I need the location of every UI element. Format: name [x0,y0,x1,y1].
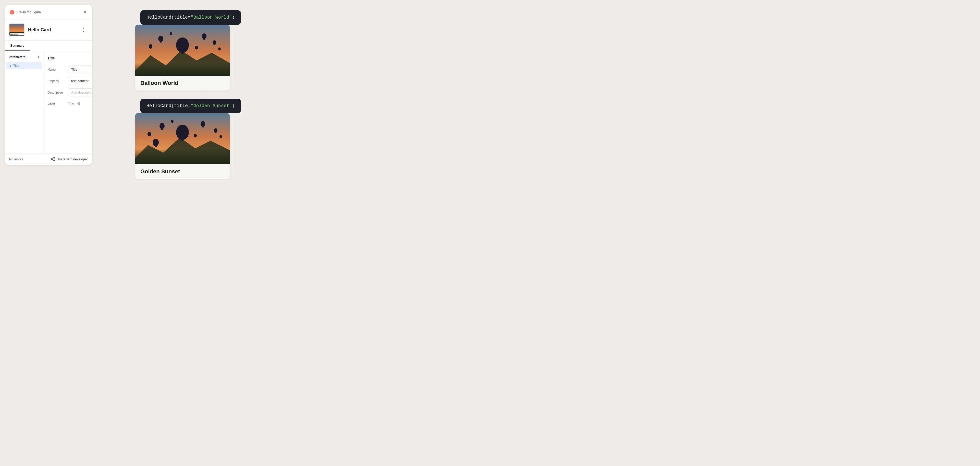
property-label: Property [48,79,68,83]
more-options-button[interactable]: ⋮ [79,26,88,34]
description-row: Description [48,89,92,97]
relay-logo-icon [9,10,15,15]
param-item-title[interactable]: T Title [6,62,42,69]
svg-point-18 [213,40,216,45]
description-input[interactable] [68,89,92,97]
tooltip-value-2: "Golden Sunset" [191,103,232,108]
card-title-2: Golden Sunset [135,164,230,179]
tooltip-fn-2: HelloCard(title= [146,103,191,108]
tooltip-value-1: "Balloon World" [191,15,232,20]
tooltip-close-1: ) [232,15,235,20]
component-header: Hello World Hello Card ⋮ [5,19,92,41]
code-tooltip-1: HelloCard(title="Balloon World") [140,10,241,25]
preview-card-1: Balloon World [135,25,230,90]
svg-rect-30 [202,127,204,127]
svg-rect-17 [204,39,205,40]
description-label: Description [48,91,68,94]
svg-line-6 [52,159,54,160]
preview-cards-group: HelloCard(title="Balloon World") [135,10,967,179]
svg-rect-13 [181,52,183,54]
code-tooltip-2: HelloCard(title="Golden Sunset") [140,99,241,113]
layer-label: Layer [48,102,68,105]
svg-rect-15 [160,41,162,43]
svg-point-34 [171,120,173,123]
parameters-label: Parameters [9,55,25,59]
relay-panel: Relay for Figma ✕ Hello World Hello Card… [5,5,92,165]
name-input[interactable] [68,65,92,73]
left-column: Parameters + T Title [5,51,43,153]
svg-line-5 [52,158,54,159]
svg-point-21 [170,32,172,35]
field-header: Title 🗑 [48,55,92,62]
preview-area: HelloCard(title="Balloon World") [102,5,975,184]
svg-point-27 [159,123,165,129]
property-select-wrapper: text-content visible text-color ▾ [68,77,92,85]
name-row: Name [48,65,92,73]
target-layer-button[interactable]: ⊕ [76,100,81,107]
panel-header-left: Relay for Figma [9,10,41,15]
param-title-label: Title [13,64,19,68]
close-button[interactable]: ✕ [83,9,88,16]
tooltip-fn-1: HelloCard(title= [146,15,191,20]
svg-point-14 [158,36,163,42]
property-row: Property text-content visible text-color… [48,77,92,85]
share-icon [51,157,55,161]
close-icon: ✕ [83,10,87,14]
svg-point-20 [195,46,198,49]
svg-point-31 [214,128,218,133]
share-with-developer-button[interactable]: Share with developer [51,157,88,161]
svg-point-1 [11,11,12,13]
layer-value: Title [68,101,74,105]
layer-value-group: Title ⊕ [68,100,81,107]
svg-point-22 [218,48,221,51]
svg-point-35 [220,135,222,138]
svg-point-25 [176,125,189,140]
svg-point-33 [194,134,197,137]
svg-point-2 [54,157,55,158]
name-label: Name [48,68,68,71]
layer-row: Layer Title ⊕ [48,100,92,107]
svg-rect-26 [181,139,183,141]
component-name: Hello Card [28,27,51,33]
svg-rect-28 [161,129,163,130]
svg-point-3 [51,159,52,160]
thumb-sky [10,24,24,32]
svg-rect-37 [155,146,157,147]
balloon-scene-svg-1 [135,25,230,76]
target-icon: ⊕ [77,101,80,106]
component-header-left: Hello World Hello Card [9,24,51,36]
field-title: Title [48,56,55,60]
card-wrapper-1: HelloCard(title="Balloon World") [135,10,967,90]
parameters-section-label: Parameters + [5,55,43,62]
svg-point-29 [200,121,205,127]
more-icon: ⋮ [81,27,86,32]
app-name: Relay for Figma [18,10,41,14]
tab-bar: Summary [5,41,92,51]
balloon-scene-1 [135,25,230,76]
preview-card-2: Golden Sunset [135,113,230,179]
add-icon: + [37,55,40,59]
tab-summary[interactable]: Summary [5,41,30,51]
panel-header: Relay for Figma ✕ [5,5,92,19]
svg-point-32 [148,132,151,136]
panel-footer: No errors Share with developer [5,153,92,165]
tab-summary-label: Summary [10,44,24,48]
balloon-scene-2 [135,113,230,164]
balloon-scene-svg-2 [135,113,230,164]
add-parameter-button[interactable]: + [37,55,40,59]
svg-point-0 [10,10,14,14]
thumb-label: Hello World [10,33,24,35]
svg-point-4 [54,160,55,161]
no-errors-status: No errors [9,157,23,161]
tooltip-close-2: ) [232,103,235,108]
property-select[interactable]: text-content visible text-color [68,77,92,85]
share-label: Share with developer [57,157,88,161]
component-thumbnail: Hello World [9,24,24,36]
card-wrapper-2: HelloCard(title="Golden Sunset") [135,99,967,179]
svg-point-36 [153,139,159,146]
right-column: Title 🗑 Name Property text-content visib… [43,51,92,153]
panel-body: Parameters + T Title Title 🗑 Name [5,51,92,153]
svg-point-16 [202,33,207,39]
card-image-1 [135,25,230,76]
text-type-icon: T [10,64,11,67]
